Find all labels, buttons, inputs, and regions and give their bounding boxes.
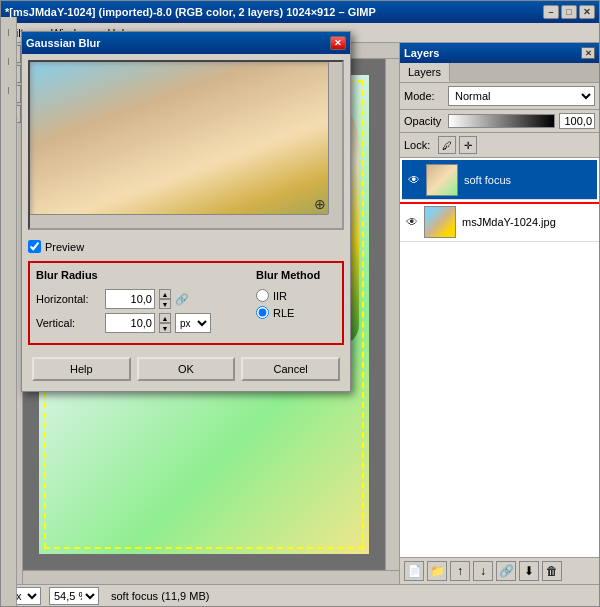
vertical-input[interactable] (105, 313, 155, 333)
unit-px-select[interactable]: px (175, 313, 211, 333)
ok-button[interactable]: OK (137, 357, 236, 381)
layer-thumbnail-orig (424, 206, 456, 238)
raise-layer-button[interactable]: ↑ (450, 561, 470, 581)
preview-label[interactable]: Preview (45, 241, 84, 253)
new-layer-button[interactable]: 📄 (404, 561, 424, 581)
opacity-slider[interactable] (448, 114, 555, 128)
layer-name-soft-focus: soft focus (464, 174, 511, 186)
blur-radius-section: Blur Radius Horizontal: ▲ ▼ 🔗 Vertical: (36, 269, 246, 337)
blur-preview-image (30, 62, 342, 228)
horizontal-up-button[interactable]: ▲ (159, 289, 171, 299)
vertical-down-button[interactable]: ▼ (159, 323, 171, 333)
title-bar: *[msJMdaY-1024] (imported)-8.0 (RGB colo… (1, 1, 599, 23)
opacity-label: Opacity (404, 115, 444, 127)
close-button[interactable]: ✕ (579, 5, 595, 19)
blur-crosshair-icon: ⊕ (314, 196, 326, 212)
zoom-select[interactable]: 54,5 % (49, 587, 99, 605)
minimize-button[interactable]: – (543, 5, 559, 19)
blur-buttons: Help OK Cancel (22, 349, 350, 391)
layers-list: 👁 soft focus 👁 msJMdaY-1024.jpg (400, 158, 599, 557)
blur-horizontal-row: Horizontal: ▲ ▼ 🔗 (36, 289, 246, 309)
layers-title: Layers (404, 47, 439, 59)
layer-eye-soft-focus[interactable]: 👁 (406, 172, 422, 188)
delete-layer-button[interactable]: 🗑 (542, 561, 562, 581)
iir-radio-row: IIR (256, 289, 336, 302)
thumb-soft-focus (427, 165, 457, 195)
blur-params-inner: Blur Radius Horizontal: ▲ ▼ 🔗 Vertical: (36, 269, 336, 337)
layers-bottom: 📄 📁 ↑ ↓ 🔗 ⬇ 🗑 (400, 557, 599, 584)
blur-scrollbar-horizontal[interactable] (30, 214, 328, 228)
help-button[interactable]: Help (32, 357, 131, 381)
preview-checkbox[interactable] (28, 240, 41, 253)
iir-radio[interactable] (256, 289, 269, 302)
status-layer-info: soft focus (11,9 MB) (111, 590, 209, 602)
horizontal-spin: ▲ ▼ (159, 289, 171, 309)
cancel-button[interactable]: Cancel (241, 357, 340, 381)
layer-thumbnail-soft-focus (426, 164, 458, 196)
mode-select[interactable]: Normal (448, 86, 595, 106)
canvas-scrollbar-right[interactable] (385, 59, 399, 570)
layers-opacity-row: Opacity (400, 110, 599, 133)
horizontal-down-button[interactable]: ▼ (159, 299, 171, 309)
iir-label[interactable]: IIR (273, 290, 287, 302)
layers-close-button[interactable]: ✕ (581, 47, 595, 59)
blur-method-title: Blur Method (256, 269, 336, 281)
blur-preview-check-row: Preview (22, 236, 350, 257)
blur-preview-area: ⊕ (28, 60, 344, 230)
blur-params-box: Blur Radius Horizontal: ▲ ▼ 🔗 Vertical: (28, 261, 344, 345)
blur-vertical-row: Vertical: ▲ ▼ px (36, 313, 246, 333)
layers-tabs: Layers (400, 63, 599, 83)
blur-method-section: Blur Method IIR RLE (256, 269, 336, 337)
new-group-button[interactable]: 📁 (427, 561, 447, 581)
layer-name-orig: msJMdaY-1024.jpg (462, 216, 556, 228)
lower-layer-button[interactable]: ↓ (473, 561, 493, 581)
blur-radius-title: Blur Radius (36, 269, 246, 281)
vertical-label: Vertical: (36, 317, 101, 329)
opacity-input[interactable] (559, 113, 595, 129)
blur-close-button[interactable]: ✕ (330, 36, 346, 50)
layers-title-bar: Layers ✕ (400, 43, 599, 63)
layer-eye-orig[interactable]: 👁 (404, 214, 420, 230)
tab-layers[interactable]: Layers (400, 63, 450, 82)
canvas-scrollbar-bottom[interactable] (23, 570, 399, 584)
lock-label: Lock: (404, 139, 434, 151)
layers-panel: Layers ✕ Layers Mode: Normal Opacity Loc… (399, 43, 599, 584)
title-bar-buttons: – □ ✕ (543, 5, 595, 19)
window-title: *[msJMdaY-1024] (imported)-8.0 (RGB colo… (5, 6, 376, 18)
blur-dialog-title: Gaussian Blur (26, 37, 101, 49)
ruler-left: | | | (1, 17, 17, 606)
maximize-button[interactable]: □ (561, 5, 577, 19)
duplicate-layer-button[interactable]: 🔗 (496, 561, 516, 581)
blur-method-options: IIR RLE (256, 289, 336, 319)
blur-title-bar: Gaussian Blur ✕ (22, 32, 350, 54)
layers-mode-row: Mode: Normal (400, 83, 599, 110)
rle-radio[interactable] (256, 306, 269, 319)
blur-scrollbar-corner (328, 214, 342, 228)
layer-item-soft-focus[interactable]: 👁 soft focus (402, 160, 597, 200)
rle-label[interactable]: RLE (273, 307, 294, 319)
lock-row: Lock: 🖊 ✛ (400, 133, 599, 158)
blur-scrollbar-vertical[interactable] (328, 62, 342, 228)
lock-pixels-button[interactable]: 🖊 (438, 136, 456, 154)
mode-label: Mode: (404, 90, 444, 102)
vertical-spin: ▲ ▼ (159, 313, 171, 333)
layer-item-orig[interactable]: 👁 msJMdaY-1024.jpg (400, 202, 599, 242)
anchor-layer-button[interactable]: ⬇ (519, 561, 539, 581)
horizontal-input[interactable] (105, 289, 155, 309)
thumb-orig (425, 207, 455, 237)
gimp-window: *[msJMdaY-1024] (imported)-8.0 (RGB colo… (0, 0, 600, 607)
lock-position-button[interactable]: ✛ (459, 136, 477, 154)
status-bar: px 54,5 % soft focus (11,9 MB) (1, 584, 599, 606)
lock-icons: 🖊 ✛ (438, 136, 477, 154)
gaussian-blur-dialog: Gaussian Blur ✕ ⊕ Preview Blur Radius Ho… (21, 31, 351, 392)
vertical-up-button[interactable]: ▲ (159, 313, 171, 323)
rle-radio-row: RLE (256, 306, 336, 319)
link-icon[interactable]: 🔗 (175, 289, 189, 309)
horizontal-label: Horizontal: (36, 293, 101, 305)
